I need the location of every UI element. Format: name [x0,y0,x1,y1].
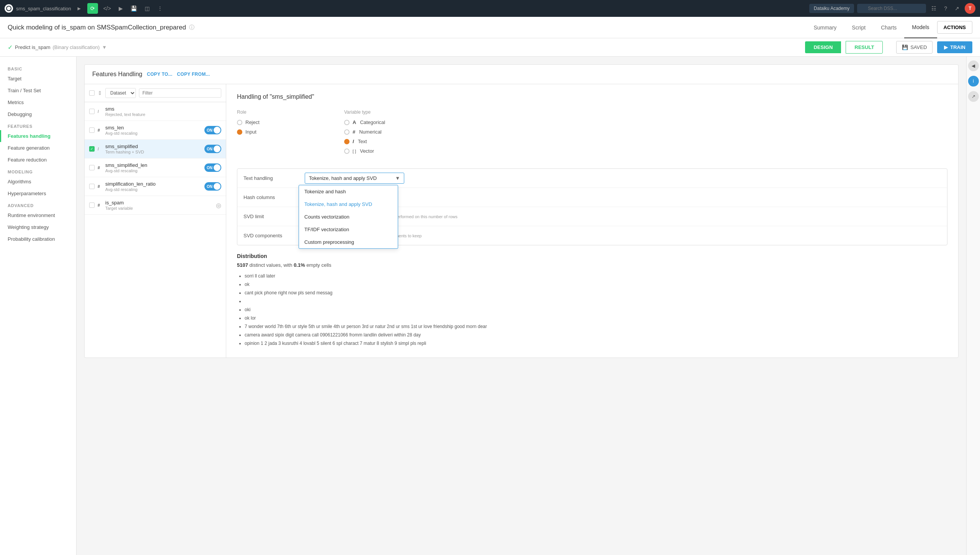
type-categorical-radio[interactable] [344,120,350,125]
header-nav: Summary Script Charts Models [806,17,937,38]
sidebar-item-metrics[interactable]: Metrics [0,96,76,108]
type-text-option[interactable]: I Text [344,139,428,144]
dataset-select[interactable]: Dataset [105,88,136,98]
grid-icon[interactable]: ☷ [929,4,939,13]
filter-input[interactable] [139,88,221,98]
dropdown-item-tfidf-vectorization[interactable]: TF/IDF vectorization [299,223,398,236]
predict-label: Predict is_spam [15,44,50,50]
sample-item-7: camera award sipix digit camera call 090… [245,331,947,338]
text-handling-dropdown-trigger[interactable]: Tokenize, hash and apply SVD ▼ [305,173,404,184]
feature-row-sms[interactable]: I sms Rejected, text feature [85,102,226,121]
sidebar-item-features-handling[interactable]: Features handling [0,130,76,142]
search-input[interactable] [857,4,926,13]
sidebar-section-features: FEATURES [0,120,76,130]
text-handling-dropdown-menu: Tokenize and hash Tokenize, hash and app… [299,185,398,249]
save-icon[interactable]: 💾 [128,4,139,13]
tab-design-button[interactable]: DESIGN [805,41,841,53]
distribution-section: Distribution 5107 distinct values, with … [237,253,947,347]
hash-columns-label: Hash columns [243,194,297,200]
panel-header: Features Handling COPY TO... COPY FROM..… [85,65,958,84]
copy-from-button[interactable]: COPY FROM... [177,72,210,77]
sms-checkbox[interactable] [89,109,95,114]
nav-models[interactable]: Models [904,17,937,38]
right-icon-share[interactable]: ↗ [968,91,979,102]
predict-dropdown-arrow[interactable]: ▼ [102,44,107,50]
type-categorical-option[interactable]: A Categorical [344,119,428,125]
more-icon[interactable]: ⋮ [155,4,165,13]
role-reject-option[interactable]: Reject [237,119,321,125]
nav-summary[interactable]: Summary [806,17,844,38]
role-input-radio[interactable] [237,129,242,135]
play-icon[interactable]: ▶ [116,4,125,13]
sidebar-item-feature-generation[interactable]: Feature generation [0,142,76,154]
feature-row-simplification-len-ratio[interactable]: # simplification_len_ratio Avg-std resca… [85,177,226,196]
dropdown-item-custom-preprocessing[interactable]: Custom preprocessing [299,236,398,248]
sidebar-item-train-test[interactable]: Train / Test Set [0,85,76,96]
avatar[interactable]: T [965,3,975,14]
sidebar-item-probability[interactable]: Probability calibration [0,233,76,245]
nav-script[interactable]: Script [844,17,873,38]
subheader: ✓ Predict is_spam (Binary classification… [0,38,980,57]
dropdown-item-tokenize-hash[interactable]: Tokenize and hash [299,185,398,198]
sidebar-section-advanced: ADVANCED [0,199,76,209]
is-spam-feature-sub: Target variable [105,206,213,211]
breadcrumb-icon[interactable]: ► [74,4,84,13]
actions-button[interactable]: ACTIONS [937,21,973,34]
sort-icon[interactable]: ⇕ [98,90,102,96]
is-spam-checkbox[interactable] [89,202,95,208]
sidebar-item-feature-reduction[interactable]: Feature reduction [0,154,76,166]
simplification-len-ratio-feature-name: simplification_len_ratio [105,181,201,187]
sms-len-checkbox[interactable] [89,127,95,133]
sidebar-item-hyperparameters[interactable]: Hyperparameters [0,188,76,199]
feature-row-sms-simplified-len[interactable]: # sms_simplified_len Avg-std rescaling O… [85,158,226,177]
simplification-len-ratio-toggle[interactable]: ON [204,182,221,191]
type-numerical-option[interactable]: # Numerical [344,129,428,135]
right-icon-info[interactable]: i [968,76,979,87]
sms-simplified-feature-name: sms_simplified [105,144,201,149]
type-text-radio[interactable] [344,139,350,144]
nav-charts[interactable]: Charts [873,17,904,38]
type-vector-option[interactable]: [ ] Vector [344,148,428,154]
sidebar-item-debugging[interactable]: Debugging [0,108,76,120]
sms-len-toggle[interactable]: ON [204,126,221,134]
train-button[interactable]: ▶ TRAIN [937,41,972,53]
feature-row-is-spam[interactable]: # is_spam Target variable ◎ [85,196,226,215]
type-vector-radio[interactable] [344,149,350,154]
help-icon[interactable]: ? [942,4,949,13]
dropdown-item-tokenize-hash-svd[interactable]: Tokenize, hash and apply SVD [299,198,398,211]
right-icon-collapse[interactable]: ◀ [968,60,979,71]
dropdown-item-counts-vectorization[interactable]: Counts vectorization [299,211,398,223]
role-input-option[interactable]: Input [237,129,321,135]
info-icon[interactable]: ⓘ [189,24,194,31]
role-reject-radio[interactable] [237,120,242,125]
feature-row-sms-len[interactable]: # sms_len Avg-std rescaling ON [85,121,226,140]
recycle-icon[interactable]: ⟳ [87,3,98,14]
simplification-len-ratio-checkbox[interactable] [89,184,95,189]
sms-simplified-len-checkbox[interactable] [89,165,95,170]
code-icon[interactable]: </> [101,4,113,13]
notifications-icon[interactable]: ↗ [952,4,962,13]
sms-simplified-len-toggle[interactable]: ON [204,163,221,172]
sms-simplified-toggle[interactable]: ON [204,145,221,153]
play-train-icon: ▶ [944,44,948,50]
academy-button[interactable]: Dataiku Academy [809,4,854,13]
select-all-checkbox[interactable] [89,90,95,96]
sample-item-6: 7 wonder world 7th 6th ur style 5th ur s… [245,323,947,330]
sidebar-item-runtime[interactable]: Runtime environment [0,209,76,221]
copy-to-button[interactable]: COPY TO... [147,72,173,77]
sample-item-0: sorri ll call later [245,273,947,279]
type-text-label: Text [358,139,367,144]
type-numerical-radio[interactable] [344,129,350,135]
topbar: sms_spam_classification ► ⟳ </> ▶ 💾 ◫ ⋮ … [0,0,980,17]
saved-button[interactable]: 💾 SAVED [896,41,933,54]
app-logo[interactable] [5,4,13,13]
is-spam-feature-name: is_spam [105,200,213,206]
sms-simplified-checkbox[interactable]: ✓ [89,146,95,152]
monitor-icon[interactable]: ◫ [142,4,152,13]
feature-row-sms-simplified[interactable]: ✓ I sms_simplified Term hashing + SVD ON [85,140,226,158]
sidebar-item-target[interactable]: Target [0,73,76,85]
sidebar-item-algorithms[interactable]: Algorithms [0,176,76,188]
svd-limit-label: SVD limit [243,214,297,219]
sidebar-item-weighting[interactable]: Weighting strategy [0,221,76,233]
tab-result-button[interactable]: RESULT [846,41,883,54]
